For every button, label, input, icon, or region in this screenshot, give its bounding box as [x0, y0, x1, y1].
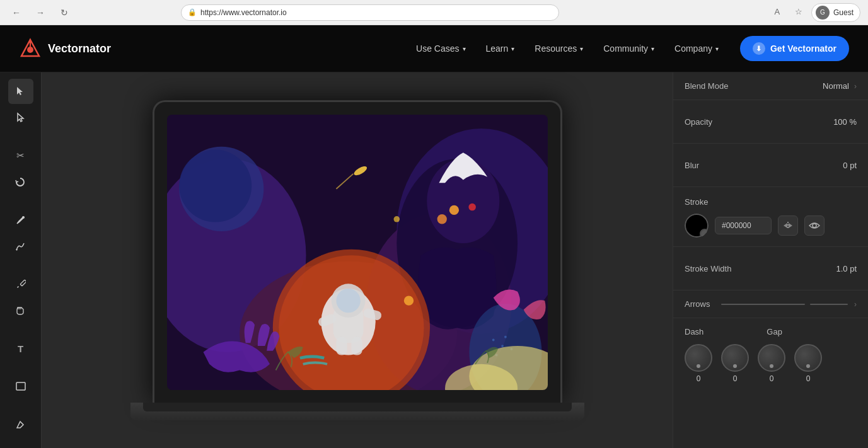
scissors-tool-btn[interactable]: ✂ — [8, 143, 33, 168]
chevron-down-icon: ▾ — [580, 45, 583, 52]
browser-chrome: ← → ↻ 🔒 https://www.vectornator.io A ☆ G… — [0, 0, 868, 25]
svg-point-21 — [468, 204, 476, 211]
gap-label: Gap — [767, 327, 782, 336]
opacity-row: Opacity 100 % — [685, 109, 857, 134]
lock-icon: 🔒 — [188, 8, 197, 16]
rotate-icon — [15, 177, 26, 188]
hand-icon — [15, 445, 26, 449]
stroke-mirror-btn[interactable] — [778, 215, 798, 236]
svg-rect-4 — [20, 280, 26, 286]
nav-use-cases[interactable]: Use Cases ▾ — [407, 38, 474, 59]
tool-group-4: T — [0, 336, 41, 361]
blur-section: Blur 0 pt — [673, 144, 868, 187]
dash-gap-controls: 0 0 0 — [685, 344, 857, 383]
logo-icon — [19, 37, 42, 60]
pen-icon — [15, 215, 26, 226]
chevron-right-icon: › — [854, 82, 857, 91]
style-icon-btn[interactable] — [8, 234, 33, 259]
visibility-btn[interactable] — [804, 215, 825, 236]
laptop-mockup — [149, 100, 565, 420]
profile-button[interactable]: G Guest — [811, 3, 860, 22]
rectangle-icon — [16, 382, 26, 391]
scissors-icon: ✂ — [16, 150, 25, 161]
artwork — [167, 115, 548, 390]
tool-group-3 — [0, 272, 41, 323]
opacity-value: 100 % — [833, 117, 857, 127]
blend-mode-section: Blend Mode Normal › — [673, 72, 868, 100]
canvas-area[interactable] — [42, 72, 673, 448]
arrows-chevron-icon: › — [854, 300, 857, 309]
select-tool-btn[interactable] — [8, 79, 33, 104]
svg-point-3 — [22, 216, 25, 219]
gap-knob-1-value: 0 — [770, 374, 774, 383]
rect-tool-btn[interactable] — [8, 374, 33, 399]
svg-point-16 — [179, 150, 252, 222]
stroke-width-label: Stroke Width — [685, 264, 731, 273]
dash-knob-2: 0 — [721, 344, 749, 383]
blend-mode-label: Blend Mode — [685, 81, 728, 91]
navbar-logo[interactable]: Vectornator — [19, 37, 111, 60]
stroke-color-swatch[interactable] — [685, 214, 709, 238]
back-button[interactable]: ← — [8, 4, 25, 21]
svg-rect-32 — [351, 337, 362, 355]
arrows-label: Arrows — [685, 299, 710, 309]
nav-resources[interactable]: Resources ▾ — [526, 38, 592, 59]
gap-knob-1-control[interactable] — [758, 344, 785, 372]
tool-group-5 — [0, 374, 41, 399]
svg-rect-31 — [336, 337, 347, 355]
dash-knob-2-control[interactable] — [721, 344, 749, 372]
pen-tool-btn[interactable] — [8, 207, 33, 233]
editor-layout: ✂ — [0, 72, 868, 448]
blur-label: Blur — [685, 161, 699, 170]
svg-point-37 — [504, 336, 506, 338]
svg-point-42 — [393, 216, 400, 222]
knob-indicator — [733, 364, 737, 368]
text-icon: T — [18, 343, 23, 354]
node-icon — [15, 241, 26, 252]
opacity-label: Opacity — [685, 117, 712, 127]
get-vectornator-button[interactable]: ⬇ Get Vectornator — [740, 36, 849, 61]
dash-knob-1-control[interactable] — [685, 344, 712, 372]
stroke-width-row: Stroke Width 1.0 pt — [685, 256, 857, 281]
blend-mode-value: Normal — [823, 81, 849, 91]
mirror-icon — [783, 221, 793, 230]
tool-group-6 — [0, 411, 41, 448]
nav-learn[interactable]: Learn ▾ — [477, 38, 524, 59]
gap-knob-2-control[interactable] — [794, 344, 822, 372]
knob-indicator — [770, 364, 773, 368]
navbar: Vectornator Use Cases ▾ Learn ▾ Resource… — [0, 25, 868, 72]
hex-color-input[interactable] — [715, 217, 772, 234]
bucket-icon — [15, 306, 26, 316]
top-mini-tools — [0, 79, 41, 130]
arrow-line-start — [721, 304, 805, 305]
svg-point-44 — [700, 229, 709, 238]
rotate-tool-btn[interactable] — [8, 169, 33, 195]
bucket-tool-btn[interactable] — [8, 298, 33, 323]
dash-knob-1: 0 — [685, 344, 712, 383]
text-tool-btn[interactable]: T — [8, 336, 33, 361]
translate-button[interactable]: A — [768, 3, 786, 21]
gap-knob-1: 0 — [758, 344, 785, 383]
avatar: G — [816, 6, 830, 20]
eraser-icon — [15, 419, 26, 430]
gap-knob-2-value: 0 — [806, 374, 811, 383]
stroke-section: Stroke — [673, 187, 868, 247]
laptop-keyboard — [143, 403, 572, 411]
arrows-row: Arrows › — [685, 299, 857, 309]
logo-text: Vectornator — [48, 42, 111, 55]
svg-point-41 — [403, 296, 413, 306]
svg-point-22 — [437, 214, 446, 224]
hand-tool-btn[interactable] — [8, 438, 33, 448]
bookmark-button[interactable]: ☆ — [790, 3, 807, 21]
pencil-tool-btn[interactable] — [8, 272, 33, 297]
eye-icon — [809, 222, 820, 229]
address-bar[interactable]: 🔒 https://www.vectornator.io — [181, 4, 559, 21]
direct-select-tool-btn[interactable] — [8, 105, 33, 130]
svg-point-35 — [501, 345, 504, 347]
nav-company[interactable]: Company ▾ — [666, 38, 727, 59]
forward-button[interactable]: → — [32, 4, 49, 21]
dash-knob-2-value: 0 — [733, 374, 738, 383]
eraser-tool-btn[interactable] — [8, 411, 33, 437]
refresh-button[interactable]: ↻ — [55, 4, 73, 21]
nav-community[interactable]: Community ▾ — [594, 38, 663, 59]
